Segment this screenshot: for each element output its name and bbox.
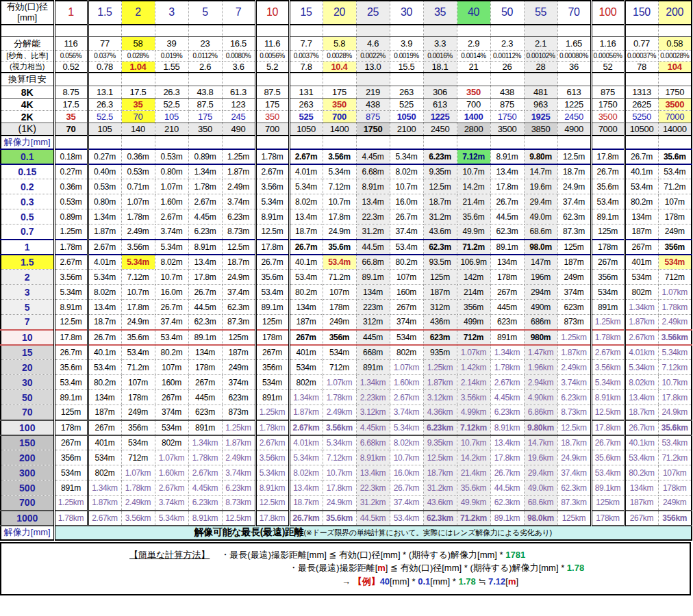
distance-cell: 267m <box>490 285 524 300</box>
distance-cell: 7.12km <box>457 420 490 435</box>
distance-cell: 107m <box>390 270 423 285</box>
resolution-arcsec-cell: 116 <box>54 37 88 51</box>
distance-cell: 712m <box>323 360 356 375</box>
distance-cell: 401m <box>625 255 658 270</box>
vision-equivalent-cell: 2.6 <box>188 62 222 73</box>
distance-cell: 490m <box>524 300 557 315</box>
distance-cell: 49.9m <box>457 224 490 240</box>
distance-cell: 1.25km <box>557 330 591 345</box>
distance-cell: 134m <box>88 390 121 405</box>
distance-cell: 891m <box>255 390 289 405</box>
distance-cell: 40.1km <box>625 435 658 450</box>
distance-cell: 89.1m <box>188 330 222 345</box>
focal-spacer-cell <box>356 73 390 86</box>
focal-row-label: 4K <box>1 99 54 111</box>
spacer-cell <box>591 25 625 37</box>
focal-spacer-cell <box>557 73 591 86</box>
notes-line2-text-a: ・最長(最遠)撮影距離[ <box>289 563 377 573</box>
distance-cell: 891m <box>591 300 625 315</box>
distance-cell: 802m <box>289 375 323 390</box>
distance-cell: 401m <box>289 345 323 360</box>
resolving-power-row-label: 100 <box>1 420 54 435</box>
distance-cell: 10.7km <box>323 465 356 480</box>
body-spacer-cell <box>390 136 423 149</box>
focal-value-cell: 3500 <box>490 123 524 136</box>
focal-value-cell: 26.3 <box>88 99 121 111</box>
distance-cell: 17.8m <box>591 149 625 164</box>
distance-cell: 10.7m <box>155 270 188 285</box>
distance-cell: 26.7m <box>490 194 524 209</box>
distance-cell: 17.8km <box>323 480 356 496</box>
body-spacer-cell <box>557 136 591 149</box>
distance-cell: 62.3m <box>188 315 222 330</box>
vision-equivalent-cell: 1.04 <box>121 62 155 73</box>
distance-cell: 5.34km <box>625 360 658 375</box>
distance-cell: 2.67km <box>188 465 222 480</box>
distance-cell: 534m <box>54 465 88 480</box>
distance-cell: 44.5m <box>356 240 390 255</box>
distance-cell: 267km <box>625 511 658 526</box>
distance-cell: 35.6m <box>658 149 692 164</box>
distance-cell: 26.7km <box>625 420 658 435</box>
distance-cell: 445m <box>490 300 524 315</box>
vision-equivalent-cell: 0.78 <box>88 62 121 73</box>
focal-spacer-cell <box>524 73 557 86</box>
distance-cell: 4.01km <box>625 345 658 360</box>
distance-cell: 53.4km <box>591 465 625 480</box>
focal-row-label: 8K <box>1 86 54 99</box>
distance-cell: 12.5km <box>255 496 289 511</box>
spacer-cell <box>54 25 88 37</box>
distance-cell: 0.36m <box>121 149 155 164</box>
distance-cell: 4.01m <box>289 164 323 179</box>
resolving-power-row-label: 10 <box>1 330 54 345</box>
distance-cell: 80.2m <box>289 285 323 300</box>
distance-cell: 356m <box>658 240 692 255</box>
distance-cell: 71.2m <box>457 240 490 255</box>
distance-cell: 891m <box>356 360 390 375</box>
distance-cell: 53.4m <box>390 240 423 255</box>
distance-cell: 3.74km <box>222 465 255 480</box>
distance-cell: 53.4m <box>289 270 323 285</box>
distance-cell: 26.7m <box>155 300 188 315</box>
vision-equivalent-cell: 18.1 <box>423 62 457 73</box>
distance-cell: 374m <box>222 375 255 390</box>
distance-cell: 44.5km <box>356 511 390 526</box>
resolving-power-row-label: 1 <box>1 240 54 255</box>
resolution-distance-table-page: 有効(口)径 [mm]11.52357101520253035405055701… <box>0 0 693 595</box>
diameter-header-cell: 70 <box>557 1 591 25</box>
focal-value-cell: 17.5 <box>54 99 88 111</box>
distance-cell: 62.3m <box>557 209 591 224</box>
distance-cell: 267m <box>54 435 88 450</box>
distance-cell: 1.34km <box>625 300 658 315</box>
distance-cell: 134m <box>356 285 390 300</box>
distance-cell: 891m <box>490 330 524 345</box>
distance-cell: 187m <box>625 224 658 240</box>
vision-equivalent-cell: 7.8 <box>289 62 323 73</box>
distance-cell: 1.60km <box>390 375 423 390</box>
focal-spacer-cell <box>591 73 625 86</box>
distance-cell: 10.7km <box>457 435 490 450</box>
distance-cell: 134m <box>289 300 323 315</box>
distance-cell: 10.7m <box>323 194 356 209</box>
distance-cell: 53.4m <box>255 285 289 300</box>
focal-value-cell: 35 <box>121 99 155 111</box>
distance-cell: 5.34m <box>155 240 188 255</box>
example-diameter: 40 <box>380 576 390 587</box>
distance-cell: 2.49m <box>121 224 155 240</box>
distance-cell: 980m <box>524 330 557 345</box>
resolving-power-row-label: 1.5 <box>1 255 54 270</box>
notes-line-1: 【簡単な計算方法】・最長(最遠)撮影距離[mm] ≦ 有効(口)径[mm] * … <box>129 548 690 562</box>
notes-line-2: ・最長(最遠)撮影距離[m] ≦ 有効(口)径[mm] * (期待する)解像力[… <box>289 561 690 575</box>
distance-cell: 0.40m <box>88 164 121 179</box>
distance-cell: 89.1m <box>490 240 524 255</box>
distance-cell: 31.2m <box>356 224 390 240</box>
distance-cell: 14.7km <box>524 435 557 450</box>
diameter-header-cell: 50 <box>490 1 524 25</box>
resolution-ratio-cell: 0.0022% <box>356 51 390 62</box>
distance-cell: 6.23m <box>188 224 222 240</box>
distance-cell: 8.91m <box>188 240 222 255</box>
distance-cell: 2.49km <box>658 315 692 330</box>
distance-cell: 18.7m <box>557 164 591 179</box>
resolution-ratio-label: [秒角、比率] <box>1 51 54 62</box>
distance-cell: 125m <box>591 224 625 240</box>
